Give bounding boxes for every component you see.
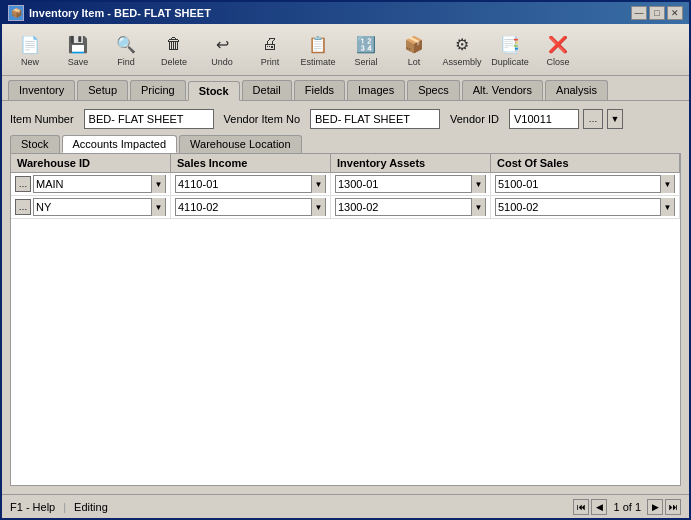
print-button[interactable]: 🖨Print bbox=[248, 28, 292, 71]
title-bar-left: 📦 Inventory Item - BED- FLAT SHEET bbox=[8, 5, 211, 21]
form-row: Item Number Vendor Item No Vendor ID … ▼ bbox=[10, 109, 681, 129]
item-number-input[interactable] bbox=[84, 109, 214, 129]
tab-specs[interactable]: Specs bbox=[407, 80, 460, 100]
undo-icon: ↩ bbox=[210, 32, 234, 56]
inventory-assets-dropdown-arrow-2[interactable]: ▼ bbox=[471, 198, 485, 216]
row-browse-button-2[interactable]: … bbox=[15, 199, 31, 215]
col-header-cost-of-sales: Cost Of Sales bbox=[491, 154, 680, 172]
vendor-item-no-label: Vendor Item No bbox=[224, 113, 300, 125]
status-bar: F1 - Help | Editing ⏮ ◀ 1 of 1 ▶ ⏭ bbox=[2, 494, 689, 518]
sales-income-dropdown-arrow-1[interactable]: ▼ bbox=[311, 175, 325, 193]
close-icon: ❌ bbox=[546, 32, 570, 56]
cell-sales-income-2: 4110-02 ▼ bbox=[171, 196, 331, 218]
app-icon: 📦 bbox=[8, 5, 24, 21]
nav-last-button[interactable]: ⏭ bbox=[665, 499, 681, 515]
serial-button[interactable]: 🔢Serial bbox=[344, 28, 388, 71]
find-icon: 🔍 bbox=[114, 32, 138, 56]
cost-of-sales-dropdown-arrow-1[interactable]: ▼ bbox=[660, 175, 674, 193]
new-button[interactable]: 📄New bbox=[8, 28, 52, 71]
of-label: of bbox=[623, 501, 632, 513]
nav-next-button[interactable]: ▶ bbox=[647, 499, 663, 515]
vendor-id-browse-button[interactable]: … bbox=[583, 109, 603, 129]
warehouse-select-2[interactable]: NY ▼ bbox=[33, 198, 166, 216]
cell-warehouse-id-2: … NY ▼ bbox=[11, 196, 171, 218]
tab-stock[interactable]: Stock bbox=[188, 81, 240, 101]
content-area: Item Number Vendor Item No Vendor ID … ▼… bbox=[2, 101, 689, 494]
toolbar: 📄New💾Save🔍Find🗑Delete↩Undo🖨Print📋Estimat… bbox=[2, 24, 689, 76]
item-number-label: Item Number bbox=[10, 113, 74, 125]
cell-cost-of-sales-2: 5100-02 ▼ bbox=[491, 196, 680, 218]
table-header: Warehouse ID Sales Income Inventory Asse… bbox=[11, 154, 680, 173]
estimate-button[interactable]: 📋Estimate bbox=[296, 28, 340, 71]
cost-of-sales-dropdown-arrow-2[interactable]: ▼ bbox=[660, 198, 674, 216]
sales-income-select-1[interactable]: 4110-01 ▼ bbox=[175, 175, 326, 193]
status-divider: | bbox=[63, 501, 66, 513]
inventory-assets-dropdown-arrow-1[interactable]: ▼ bbox=[471, 175, 485, 193]
cost-of-sales-select-2[interactable]: 5100-02 ▼ bbox=[495, 198, 675, 216]
table-row: … MAIN ▼ 4110-01 ▼ 13 bbox=[11, 173, 680, 196]
tab-detail[interactable]: Detail bbox=[242, 80, 292, 100]
lot-icon: 📦 bbox=[402, 32, 426, 56]
status-text: Editing bbox=[74, 501, 108, 513]
navigation-buttons: ⏮ ◀ 1 of 1 ▶ ⏭ bbox=[573, 499, 681, 515]
row-browse-button-1[interactable]: … bbox=[15, 176, 31, 192]
minimize-button[interactable]: — bbox=[631, 6, 647, 20]
save-icon: 💾 bbox=[66, 32, 90, 56]
inner-panel: Warehouse ID Sales Income Inventory Asse… bbox=[10, 153, 681, 486]
assembly-button[interactable]: ⚙Assembly bbox=[440, 28, 484, 71]
inner-tab-bar: Stock Accounts Impacted Warehouse Locati… bbox=[10, 135, 681, 153]
warehouse-dropdown-arrow-2[interactable]: ▼ bbox=[151, 198, 165, 216]
status-left: F1 - Help | Editing bbox=[10, 501, 108, 513]
lot-button[interactable]: 📦Lot bbox=[392, 28, 436, 71]
cell-inventory-assets-1: 1300-01 ▼ bbox=[331, 173, 491, 195]
nav-first-button[interactable]: ⏮ bbox=[573, 499, 589, 515]
col-header-inventory-assets: Inventory Assets bbox=[331, 154, 491, 172]
cost-of-sales-select-1[interactable]: 5100-01 ▼ bbox=[495, 175, 675, 193]
maximize-button[interactable]: □ bbox=[649, 6, 665, 20]
col-header-warehouse-id: Warehouse ID bbox=[11, 154, 171, 172]
warehouse-dropdown-arrow-1[interactable]: ▼ bbox=[151, 175, 165, 193]
table-row: … NY ▼ 4110-02 ▼ 1300 bbox=[11, 196, 680, 219]
vendor-item-no-input[interactable] bbox=[310, 109, 440, 129]
nav-prev-button[interactable]: ◀ bbox=[591, 499, 607, 515]
sales-income-dropdown-arrow-2[interactable]: ▼ bbox=[311, 198, 325, 216]
inner-tab-warehouse-location[interactable]: Warehouse Location bbox=[179, 135, 302, 153]
vendor-id-dropdown-button[interactable]: ▼ bbox=[607, 109, 623, 129]
find-button[interactable]: 🔍Find bbox=[104, 28, 148, 71]
tab-fields[interactable]: Fields bbox=[294, 80, 345, 100]
new-icon: 📄 bbox=[18, 32, 42, 56]
tab-setup[interactable]: Setup bbox=[77, 80, 128, 100]
close-window-button[interactable]: ✕ bbox=[667, 6, 683, 20]
serial-icon: 🔢 bbox=[354, 32, 378, 56]
assembly-icon: ⚙ bbox=[450, 32, 474, 56]
duplicate-button[interactable]: 📑Duplicate bbox=[488, 28, 532, 71]
tab-images[interactable]: Images bbox=[347, 80, 405, 100]
inventory-assets-select-1[interactable]: 1300-01 ▼ bbox=[335, 175, 486, 193]
sales-income-select-2[interactable]: 4110-02 ▼ bbox=[175, 198, 326, 216]
warehouse-select-1[interactable]: MAIN ▼ bbox=[33, 175, 166, 193]
inventory-assets-select-2[interactable]: 1300-02 ▼ bbox=[335, 198, 486, 216]
col-header-sales-income: Sales Income bbox=[171, 154, 331, 172]
print-icon: 🖨 bbox=[258, 32, 282, 56]
undo-button[interactable]: ↩Undo bbox=[200, 28, 244, 71]
tab-pricing[interactable]: Pricing bbox=[130, 80, 186, 100]
cell-warehouse-id-1: … MAIN ▼ bbox=[11, 173, 171, 195]
title-bar: 📦 Inventory Item - BED- FLAT SHEET — □ ✕ bbox=[2, 2, 689, 24]
tab-inventory[interactable]: Inventory bbox=[8, 80, 75, 100]
save-button[interactable]: 💾Save bbox=[56, 28, 100, 71]
tab-analysis[interactable]: Analysis bbox=[545, 80, 608, 100]
inner-tab-stock[interactable]: Stock bbox=[10, 135, 60, 153]
inner-tab-accounts-impacted[interactable]: Accounts Impacted bbox=[62, 135, 178, 153]
vendor-id-row: … ▼ bbox=[509, 109, 623, 129]
close-button[interactable]: ❌Close bbox=[536, 28, 580, 71]
cell-cost-of-sales-1: 5100-01 ▼ bbox=[491, 173, 680, 195]
page-current: 1 bbox=[613, 501, 619, 513]
delete-button[interactable]: 🗑Delete bbox=[152, 28, 196, 71]
estimate-icon: 📋 bbox=[306, 32, 330, 56]
delete-icon: 🗑 bbox=[162, 32, 186, 56]
window-title: Inventory Item - BED- FLAT SHEET bbox=[29, 7, 211, 19]
tab-alt-vendors[interactable]: Alt. Vendors bbox=[462, 80, 543, 100]
page-info: 1 of 1 bbox=[613, 501, 641, 513]
duplicate-icon: 📑 bbox=[498, 32, 522, 56]
vendor-id-input[interactable] bbox=[509, 109, 579, 129]
